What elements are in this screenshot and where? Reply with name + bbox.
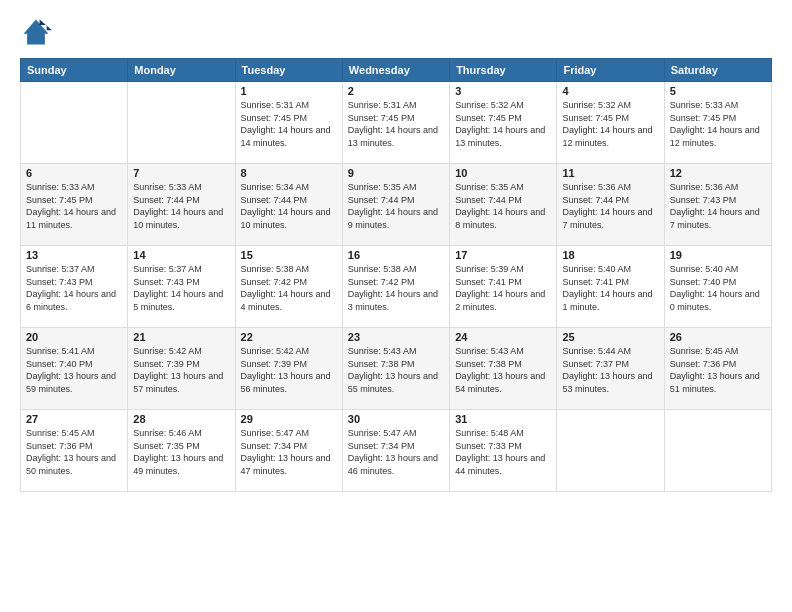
day-info: Sunrise: 5:38 AM Sunset: 7:42 PM Dayligh… <box>241 263 337 313</box>
logo <box>20 16 56 48</box>
day-number: 31 <box>455 413 551 425</box>
calendar-cell <box>557 410 664 492</box>
calendar-cell: 4Sunrise: 5:32 AM Sunset: 7:45 PM Daylig… <box>557 82 664 164</box>
week-row-4: 20Sunrise: 5:41 AM Sunset: 7:40 PM Dayli… <box>21 328 772 410</box>
calendar-cell: 1Sunrise: 5:31 AM Sunset: 7:45 PM Daylig… <box>235 82 342 164</box>
calendar-cell: 19Sunrise: 5:40 AM Sunset: 7:40 PM Dayli… <box>664 246 771 328</box>
calendar-cell: 29Sunrise: 5:47 AM Sunset: 7:34 PM Dayli… <box>235 410 342 492</box>
weekday-header-thursday: Thursday <box>450 59 557 82</box>
calendar-cell: 27Sunrise: 5:45 AM Sunset: 7:36 PM Dayli… <box>21 410 128 492</box>
day-number: 9 <box>348 167 444 179</box>
day-number: 19 <box>670 249 766 261</box>
calendar-cell: 23Sunrise: 5:43 AM Sunset: 7:38 PM Dayli… <box>342 328 449 410</box>
day-number: 21 <box>133 331 229 343</box>
day-info: Sunrise: 5:38 AM Sunset: 7:42 PM Dayligh… <box>348 263 444 313</box>
day-info: Sunrise: 5:42 AM Sunset: 7:39 PM Dayligh… <box>241 345 337 395</box>
day-number: 24 <box>455 331 551 343</box>
calendar-cell: 11Sunrise: 5:36 AM Sunset: 7:44 PM Dayli… <box>557 164 664 246</box>
day-info: Sunrise: 5:33 AM Sunset: 7:45 PM Dayligh… <box>670 99 766 149</box>
day-info: Sunrise: 5:47 AM Sunset: 7:34 PM Dayligh… <box>348 427 444 477</box>
weekday-header-saturday: Saturday <box>664 59 771 82</box>
weekday-header-friday: Friday <box>557 59 664 82</box>
calendar-cell: 18Sunrise: 5:40 AM Sunset: 7:41 PM Dayli… <box>557 246 664 328</box>
calendar-cell: 22Sunrise: 5:42 AM Sunset: 7:39 PM Dayli… <box>235 328 342 410</box>
weekday-header-monday: Monday <box>128 59 235 82</box>
day-info: Sunrise: 5:40 AM Sunset: 7:41 PM Dayligh… <box>562 263 658 313</box>
day-number: 14 <box>133 249 229 261</box>
calendar-cell: 14Sunrise: 5:37 AM Sunset: 7:43 PM Dayli… <box>128 246 235 328</box>
calendar-cell: 5Sunrise: 5:33 AM Sunset: 7:45 PM Daylig… <box>664 82 771 164</box>
day-number: 22 <box>241 331 337 343</box>
calendar-cell: 15Sunrise: 5:38 AM Sunset: 7:42 PM Dayli… <box>235 246 342 328</box>
day-info: Sunrise: 5:42 AM Sunset: 7:39 PM Dayligh… <box>133 345 229 395</box>
day-info: Sunrise: 5:44 AM Sunset: 7:37 PM Dayligh… <box>562 345 658 395</box>
calendar-cell: 24Sunrise: 5:43 AM Sunset: 7:38 PM Dayli… <box>450 328 557 410</box>
calendar-cell: 13Sunrise: 5:37 AM Sunset: 7:43 PM Dayli… <box>21 246 128 328</box>
day-number: 5 <box>670 85 766 97</box>
calendar-cell: 7Sunrise: 5:33 AM Sunset: 7:44 PM Daylig… <box>128 164 235 246</box>
calendar-cell: 12Sunrise: 5:36 AM Sunset: 7:43 PM Dayli… <box>664 164 771 246</box>
calendar-cell: 3Sunrise: 5:32 AM Sunset: 7:45 PM Daylig… <box>450 82 557 164</box>
day-info: Sunrise: 5:35 AM Sunset: 7:44 PM Dayligh… <box>348 181 444 231</box>
calendar-cell <box>21 82 128 164</box>
day-number: 30 <box>348 413 444 425</box>
day-number: 13 <box>26 249 122 261</box>
day-number: 11 <box>562 167 658 179</box>
day-info: Sunrise: 5:46 AM Sunset: 7:35 PM Dayligh… <box>133 427 229 477</box>
logo-icon <box>20 16 52 48</box>
day-number: 25 <box>562 331 658 343</box>
day-number: 10 <box>455 167 551 179</box>
day-number: 7 <box>133 167 229 179</box>
day-number: 18 <box>562 249 658 261</box>
day-number: 20 <box>26 331 122 343</box>
day-info: Sunrise: 5:32 AM Sunset: 7:45 PM Dayligh… <box>455 99 551 149</box>
day-info: Sunrise: 5:31 AM Sunset: 7:45 PM Dayligh… <box>348 99 444 149</box>
day-info: Sunrise: 5:32 AM Sunset: 7:45 PM Dayligh… <box>562 99 658 149</box>
day-number: 3 <box>455 85 551 97</box>
calendar-cell: 20Sunrise: 5:41 AM Sunset: 7:40 PM Dayli… <box>21 328 128 410</box>
day-number: 28 <box>133 413 229 425</box>
day-info: Sunrise: 5:43 AM Sunset: 7:38 PM Dayligh… <box>455 345 551 395</box>
week-row-1: 1Sunrise: 5:31 AM Sunset: 7:45 PM Daylig… <box>21 82 772 164</box>
day-number: 23 <box>348 331 444 343</box>
day-info: Sunrise: 5:40 AM Sunset: 7:40 PM Dayligh… <box>670 263 766 313</box>
calendar-cell: 28Sunrise: 5:46 AM Sunset: 7:35 PM Dayli… <box>128 410 235 492</box>
calendar-cell: 25Sunrise: 5:44 AM Sunset: 7:37 PM Dayli… <box>557 328 664 410</box>
day-number: 2 <box>348 85 444 97</box>
calendar-cell <box>664 410 771 492</box>
calendar-cell: 26Sunrise: 5:45 AM Sunset: 7:36 PM Dayli… <box>664 328 771 410</box>
week-row-2: 6Sunrise: 5:33 AM Sunset: 7:45 PM Daylig… <box>21 164 772 246</box>
day-info: Sunrise: 5:33 AM Sunset: 7:44 PM Dayligh… <box>133 181 229 231</box>
day-info: Sunrise: 5:45 AM Sunset: 7:36 PM Dayligh… <box>670 345 766 395</box>
day-number: 12 <box>670 167 766 179</box>
day-info: Sunrise: 5:48 AM Sunset: 7:33 PM Dayligh… <box>455 427 551 477</box>
calendar-cell: 21Sunrise: 5:42 AM Sunset: 7:39 PM Dayli… <box>128 328 235 410</box>
week-row-3: 13Sunrise: 5:37 AM Sunset: 7:43 PM Dayli… <box>21 246 772 328</box>
weekday-header-tuesday: Tuesday <box>235 59 342 82</box>
day-info: Sunrise: 5:34 AM Sunset: 7:44 PM Dayligh… <box>241 181 337 231</box>
day-number: 17 <box>455 249 551 261</box>
calendar-cell: 2Sunrise: 5:31 AM Sunset: 7:45 PM Daylig… <box>342 82 449 164</box>
day-info: Sunrise: 5:31 AM Sunset: 7:45 PM Dayligh… <box>241 99 337 149</box>
day-info: Sunrise: 5:37 AM Sunset: 7:43 PM Dayligh… <box>133 263 229 313</box>
day-number: 6 <box>26 167 122 179</box>
day-info: Sunrise: 5:43 AM Sunset: 7:38 PM Dayligh… <box>348 345 444 395</box>
day-info: Sunrise: 5:33 AM Sunset: 7:45 PM Dayligh… <box>26 181 122 231</box>
day-number: 27 <box>26 413 122 425</box>
page: SundayMondayTuesdayWednesdayThursdayFrid… <box>0 0 792 612</box>
day-info: Sunrise: 5:35 AM Sunset: 7:44 PM Dayligh… <box>455 181 551 231</box>
day-number: 8 <box>241 167 337 179</box>
day-info: Sunrise: 5:36 AM Sunset: 7:43 PM Dayligh… <box>670 181 766 231</box>
calendar-cell: 10Sunrise: 5:35 AM Sunset: 7:44 PM Dayli… <box>450 164 557 246</box>
calendar-cell: 31Sunrise: 5:48 AM Sunset: 7:33 PM Dayli… <box>450 410 557 492</box>
calendar-cell: 8Sunrise: 5:34 AM Sunset: 7:44 PM Daylig… <box>235 164 342 246</box>
calendar-cell <box>128 82 235 164</box>
day-info: Sunrise: 5:37 AM Sunset: 7:43 PM Dayligh… <box>26 263 122 313</box>
day-number: 4 <box>562 85 658 97</box>
day-number: 1 <box>241 85 337 97</box>
week-row-5: 27Sunrise: 5:45 AM Sunset: 7:36 PM Dayli… <box>21 410 772 492</box>
day-info: Sunrise: 5:39 AM Sunset: 7:41 PM Dayligh… <box>455 263 551 313</box>
day-info: Sunrise: 5:36 AM Sunset: 7:44 PM Dayligh… <box>562 181 658 231</box>
weekday-header-sunday: Sunday <box>21 59 128 82</box>
day-number: 15 <box>241 249 337 261</box>
